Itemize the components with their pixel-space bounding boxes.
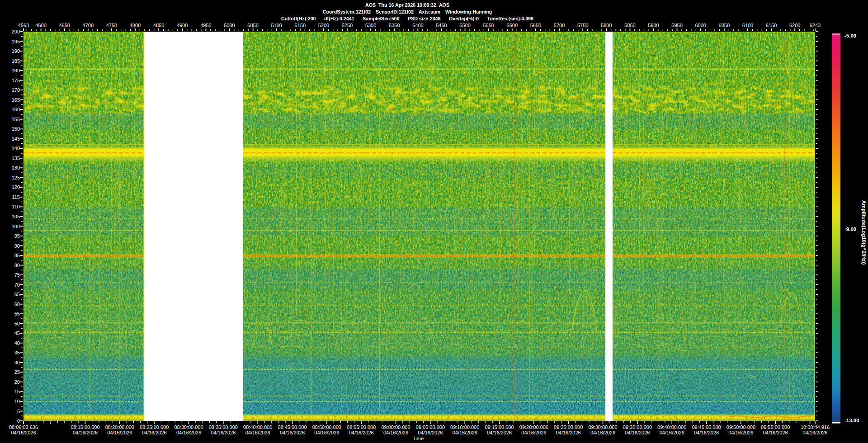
svg-text:5000: 5000 xyxy=(224,23,235,28)
svg-text:6200: 6200 xyxy=(789,23,800,28)
svg-text:08:35:00.000: 08:35:00.000 xyxy=(209,424,238,430)
svg-text:04/16/2026: 04/16/2026 xyxy=(763,430,788,435)
svg-text:10: 10 xyxy=(14,399,20,404)
svg-text:Amplitude(Log10(g^2/Hz)): Amplitude(Log10(g^2/Hz)) xyxy=(861,200,867,265)
svg-text:35: 35 xyxy=(14,350,20,355)
svg-text:6243: 6243 xyxy=(810,23,821,28)
svg-text:165: 165 xyxy=(12,97,20,103)
svg-text:5650: 5650 xyxy=(530,23,541,28)
svg-text:65: 65 xyxy=(14,292,20,297)
svg-text:-9.00: -9.00 xyxy=(844,226,856,232)
svg-text:04/16/2026: 04/16/2026 xyxy=(487,430,512,435)
svg-text:5600: 5600 xyxy=(507,23,518,28)
svg-text:4650: 4650 xyxy=(59,23,70,28)
svg-text:08:30:00.000: 08:30:00.000 xyxy=(174,424,203,430)
svg-text:130: 130 xyxy=(12,165,20,170)
svg-text:195: 195 xyxy=(12,39,20,44)
svg-text:04/16/2026: 04/16/2026 xyxy=(107,430,132,435)
svg-text:04/16/2026: 04/16/2026 xyxy=(211,430,236,435)
svg-text:4700: 4700 xyxy=(83,23,94,28)
svg-text:6150: 6150 xyxy=(766,23,777,28)
svg-text:5300: 5300 xyxy=(365,23,376,28)
svg-text:04/16/2026: 04/16/2026 xyxy=(556,430,581,435)
svg-text:50: 50 xyxy=(14,321,20,326)
svg-text:4900: 4900 xyxy=(177,23,188,28)
svg-text:08:15:00.000: 08:15:00.000 xyxy=(71,424,99,430)
svg-text:175: 175 xyxy=(12,78,20,83)
svg-text:40: 40 xyxy=(14,340,20,346)
svg-text:135: 135 xyxy=(12,156,20,161)
svg-text:150: 150 xyxy=(12,126,20,132)
svg-text:60: 60 xyxy=(14,302,20,307)
svg-text:55: 55 xyxy=(14,311,20,316)
svg-text:08:45:00.000: 08:45:00.000 xyxy=(278,424,307,430)
svg-text:04/16/2026: 04/16/2026 xyxy=(418,430,443,435)
svg-text:Time: Time xyxy=(413,436,424,441)
svg-text:5100: 5100 xyxy=(271,23,282,28)
svg-text:5950: 5950 xyxy=(671,23,682,28)
svg-text:6000: 6000 xyxy=(695,23,706,28)
svg-text:95: 95 xyxy=(14,233,20,239)
svg-text:09:20:00.000: 09:20:00.000 xyxy=(519,424,548,430)
svg-text:5450: 5450 xyxy=(436,23,447,28)
svg-text:04/16/2026: 04/16/2026 xyxy=(245,430,270,435)
svg-text:10:00:44.916: 10:00:44.916 xyxy=(801,424,830,430)
svg-text:09:05:00.000: 09:05:00.000 xyxy=(416,424,445,430)
svg-text:04/16/2026: 04/16/2026 xyxy=(625,430,650,435)
svg-text:04/16/2026: 04/16/2026 xyxy=(590,430,615,435)
svg-text:04/16/2026: 04/16/2026 xyxy=(176,430,201,435)
svg-text:70: 70 xyxy=(14,282,20,287)
svg-text:5050: 5050 xyxy=(247,23,258,28)
svg-text:5900: 5900 xyxy=(648,23,659,28)
svg-text:105: 105 xyxy=(12,214,20,219)
svg-text:75: 75 xyxy=(14,272,20,278)
svg-text:08:25:00.000: 08:25:00.000 xyxy=(140,424,169,430)
svg-text:5700: 5700 xyxy=(554,23,565,28)
svg-text:4850: 4850 xyxy=(153,23,164,28)
svg-text:-5.00: -5.00 xyxy=(844,33,856,38)
svg-text:04/16/2026: 04/16/2026 xyxy=(694,430,719,435)
svg-text:04/16/2026: 04/16/2026 xyxy=(383,430,408,435)
svg-text:20: 20 xyxy=(14,379,20,385)
svg-text:4563: 4563 xyxy=(18,23,29,28)
svg-text:08:20:00.000: 08:20:00.000 xyxy=(105,424,134,430)
svg-text:185: 185 xyxy=(12,58,20,64)
svg-text:08:50:00.000: 08:50:00.000 xyxy=(312,424,341,430)
svg-text:190: 190 xyxy=(12,48,20,54)
svg-text:180: 180 xyxy=(12,68,20,73)
svg-text:5250: 5250 xyxy=(342,23,353,28)
svg-text:125: 125 xyxy=(12,175,20,180)
svg-text:4800: 4800 xyxy=(130,23,141,28)
svg-text:04/16/2026: 04/16/2026 xyxy=(349,430,374,435)
svg-text:5750: 5750 xyxy=(577,23,588,28)
svg-text:09:35:00.000: 09:35:00.000 xyxy=(623,424,652,430)
svg-text:6050: 6050 xyxy=(719,23,730,28)
svg-text:09:10:00.000: 09:10:00.000 xyxy=(450,424,479,430)
svg-text:6100: 6100 xyxy=(742,23,753,28)
svg-text:4750: 4750 xyxy=(106,23,117,28)
svg-text:110: 110 xyxy=(12,204,20,209)
svg-text:4950: 4950 xyxy=(200,23,211,28)
svg-text:5550: 5550 xyxy=(483,23,494,28)
svg-text:09:50:00.000: 09:50:00.000 xyxy=(726,424,755,430)
svg-text:160: 160 xyxy=(12,107,20,112)
svg-text:145: 145 xyxy=(12,136,20,141)
svg-text:115: 115 xyxy=(12,194,20,200)
svg-text:04/16/2026: 04/16/2026 xyxy=(453,430,477,435)
svg-text:200: 200 xyxy=(12,29,20,34)
svg-text:09:25:00.000: 09:25:00.000 xyxy=(554,424,583,430)
svg-text:170: 170 xyxy=(12,87,20,93)
svg-text:09:40:00.000: 09:40:00.000 xyxy=(657,424,686,430)
svg-text:140: 140 xyxy=(12,146,20,151)
svg-text:45: 45 xyxy=(14,330,20,336)
svg-text:09:55:00.000: 09:55:00.000 xyxy=(761,424,790,430)
svg-text:04/16/2026: 04/16/2026 xyxy=(73,430,98,435)
svg-text:155: 155 xyxy=(12,117,20,122)
svg-text:120: 120 xyxy=(12,184,20,190)
svg-text:04/16/2026: 04/16/2026 xyxy=(280,430,305,435)
svg-text:09:15:00.000: 09:15:00.000 xyxy=(485,424,514,430)
svg-text:90: 90 xyxy=(14,243,20,249)
svg-text:08:55:00.000: 08:55:00.000 xyxy=(347,424,376,430)
svg-text:5: 5 xyxy=(17,409,20,414)
svg-text:04/16/2026: 04/16/2026 xyxy=(314,430,339,435)
